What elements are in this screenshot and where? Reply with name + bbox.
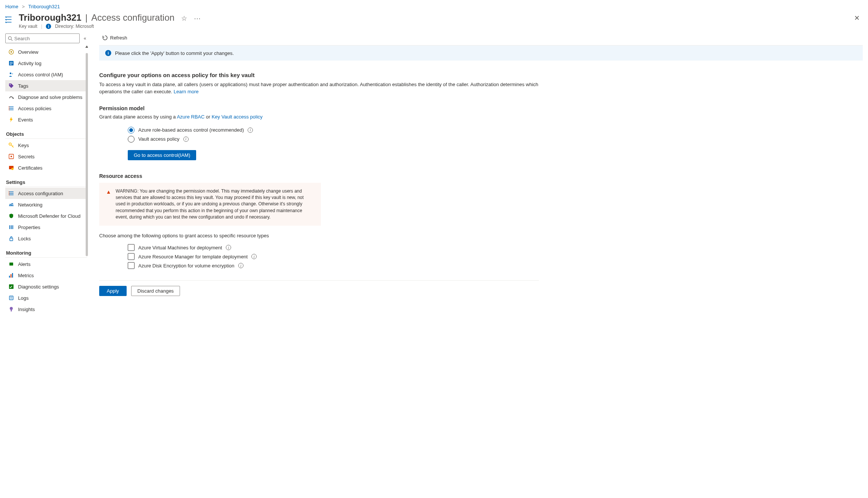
refresh-button[interactable]: Refresh — [99, 33, 130, 42]
svg-line-1 — [11, 39, 13, 41]
checkbox-vm-label: Azure Virtual Machines for deployment — [138, 245, 222, 251]
sidebar-item-label: Diagnostic settings — [18, 284, 59, 290]
radio-row-rbac: Azure role-based access control (recomme… — [99, 127, 539, 134]
sidebar-item-networking[interactable]: Networking — [5, 199, 87, 210]
svg-point-9 — [12, 73, 13, 74]
events-icon — [8, 117, 14, 123]
checkbox-disk[interactable] — [128, 262, 135, 269]
sidebar-item-defender[interactable]: Microsoft Defender for Cloud — [5, 210, 87, 222]
sidebar-item-access-policies[interactable]: Access policies — [5, 103, 87, 114]
keyvault-icon — [5, 15, 15, 24]
choose-text: Choose among the following options to gr… — [99, 232, 539, 240]
certificates-icon — [8, 165, 14, 171]
svg-rect-34 — [9, 296, 13, 300]
sidebar-item-label: Activity log — [18, 61, 41, 66]
logs-icon — [8, 295, 14, 301]
radio-policy[interactable] — [128, 136, 135, 143]
apply-button[interactable]: Apply — [99, 286, 127, 296]
info-icon[interactable]: i — [238, 263, 243, 268]
info-icon: i — [46, 24, 51, 29]
checkbox-vm[interactable] — [128, 244, 135, 251]
sidebar-item-label: Diagnose and solve problems — [18, 94, 82, 100]
keyvault-policy-link[interactable]: Key Vault access policy — [212, 114, 263, 120]
warning-text: WARNING: You are changing the permission… — [116, 188, 314, 221]
section-heading: Configure your options on access policy … — [99, 72, 539, 78]
sidebar-item-label: Access configuration — [18, 191, 63, 196]
sidebar-item-label: Access policies — [18, 106, 51, 111]
svg-rect-30 — [9, 276, 10, 278]
sidebar-item-certificates[interactable]: Certificates — [5, 162, 87, 173]
nav: Overview Activity log Access control (IA… — [5, 46, 87, 315]
sidebar-item-metrics[interactable]: Metrics — [5, 270, 87, 281]
radio-rbac[interactable] — [128, 127, 135, 134]
sidebar-item-keys[interactable]: Keys — [5, 140, 87, 151]
sidebar-item-label: Logs — [18, 295, 29, 301]
resource-type: Key vault — [19, 24, 37, 29]
properties-icon — [8, 224, 14, 230]
sidebar-item-logs[interactable]: Logs — [5, 292, 87, 304]
nav-group-settings: Settings — [5, 176, 87, 187]
sidebar-item-label: Locks — [18, 236, 31, 241]
radio-policy-label: Vault access policy — [138, 136, 180, 142]
activity-log-icon — [8, 60, 14, 66]
info-icon[interactable]: i — [251, 254, 257, 259]
info-icon[interactable]: i — [226, 245, 231, 250]
close-icon[interactable]: ✕ — [851, 12, 863, 24]
sidebar-item-activity-log[interactable]: Activity log — [5, 58, 87, 69]
svg-rect-6 — [10, 63, 13, 64]
search-box[interactable] — [5, 33, 80, 43]
info-icon: i — [105, 50, 111, 56]
sidebar-item-tags[interactable]: Tags — [5, 80, 87, 91]
svg-point-19 — [11, 156, 12, 157]
discard-button[interactable]: Discard changes — [131, 286, 180, 296]
sidebar-item-locks[interactable]: Locks — [5, 233, 87, 244]
permission-or: or — [206, 114, 212, 120]
svg-rect-31 — [11, 274, 12, 278]
goto-access-control-button[interactable]: Go to access control(IAM) — [128, 150, 196, 160]
sidebar-item-insights[interactable]: Insights — [5, 304, 87, 315]
sidebar-item-diagnose[interactable]: Diagnose and solve problems — [5, 91, 87, 103]
diagnostic-settings-icon — [8, 284, 14, 290]
content: Refresh i Please click the 'Apply' butto… — [88, 30, 868, 498]
more-menu-icon[interactable]: ··· — [194, 15, 201, 23]
svg-line-17 — [12, 146, 13, 146]
overview-icon — [8, 49, 14, 55]
azure-rbac-link[interactable]: Azure RBAC — [177, 114, 205, 120]
locks-icon — [8, 235, 14, 241]
sidebar-item-overview[interactable]: Overview — [5, 46, 87, 58]
checkbox-arm[interactable] — [128, 253, 135, 260]
svg-point-21 — [11, 168, 14, 170]
directory-label: Directory: Microsoft — [55, 24, 94, 29]
secrets-icon — [8, 153, 14, 159]
toolbar: Refresh — [99, 30, 863, 46]
collapse-sidebar-icon[interactable]: « — [82, 33, 88, 43]
sidebar-item-access-configuration[interactable]: Access configuration — [5, 188, 87, 199]
sidebar-item-diagnostic-settings[interactable]: Diagnostic settings — [5, 281, 87, 292]
nav-group-objects: Objects — [5, 128, 87, 139]
sidebar-item-access-control[interactable]: Access control (IAM) — [5, 69, 87, 80]
checkbox-disk-label: Azure Disk Encryption for volume encrypt… — [138, 263, 234, 269]
access-configuration-icon — [8, 190, 14, 196]
breadcrumb-home[interactable]: Home — [5, 4, 18, 9]
nav-group-monitoring: Monitoring — [5, 246, 87, 258]
sidebar-item-alerts[interactable]: Alerts — [5, 258, 87, 270]
permission-heading: Permission model — [99, 105, 539, 111]
breadcrumb-sep: > — [22, 4, 25, 9]
access-control-icon — [8, 71, 14, 77]
sidebar-item-events[interactable]: Events — [5, 114, 87, 125]
sidebar-item-label: Alerts — [18, 261, 30, 267]
breadcrumb-resource[interactable]: Triborough321 — [28, 4, 60, 9]
sidebar-item-properties[interactable]: Properties — [5, 222, 87, 233]
section-configure: Configure your options on access policy … — [99, 72, 539, 269]
favorite-star-icon[interactable]: ☆ — [181, 14, 187, 23]
svg-point-0 — [8, 36, 11, 39]
learn-more-link[interactable]: Learn more — [174, 89, 198, 94]
info-icon[interactable]: i — [183, 137, 189, 142]
info-banner-text: Please click the 'Apply' button to commi… — [115, 50, 234, 56]
defender-icon — [8, 213, 14, 219]
info-icon[interactable]: i — [248, 128, 253, 133]
search-input[interactable] — [14, 36, 77, 41]
checkbox-row-vm: Azure Virtual Machines for deployment i — [99, 244, 539, 251]
svg-rect-32 — [12, 273, 13, 278]
sidebar-item-secrets[interactable]: Secrets — [5, 151, 87, 162]
